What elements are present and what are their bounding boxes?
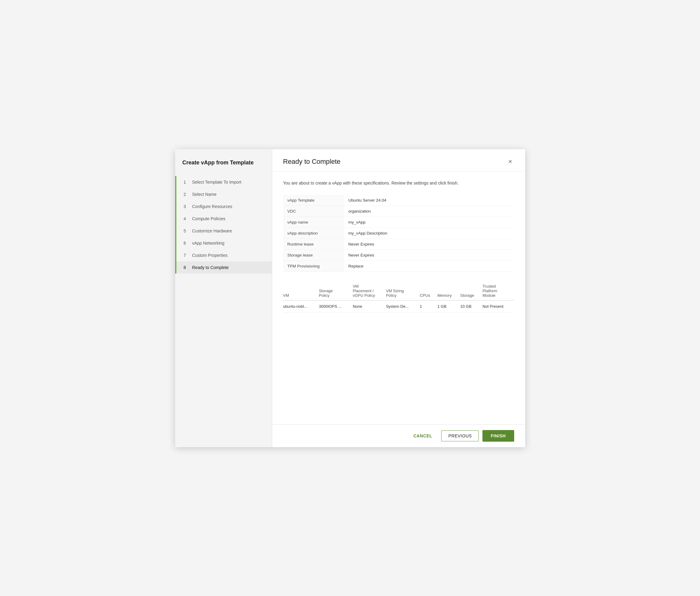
vm-table-wrapper: VMStoragePolicyVMPlacement /vGPU PolicyV…: [283, 282, 514, 313]
create-vapp-dialog: Create vApp from Template 1Select Templa…: [175, 149, 525, 447]
summary-value: Replace: [344, 260, 514, 271]
vm-cell-storage_policy: 3000IOPS ...: [319, 300, 353, 312]
sidebar-step-7[interactable]: 7Custom Properties: [175, 249, 272, 261]
vm-table-row: ubuntu-nobl...3000IOPS ...NoneSystem De.…: [283, 300, 514, 312]
summary-row: TPM ProvisioningReplace: [283, 260, 514, 271]
vm-col-header: Memory: [437, 282, 460, 301]
vm-col-header: VMPlacement /vGPU Policy: [353, 282, 386, 301]
step-number: 5: [184, 229, 189, 233]
vm-col-header: TrustedPlatformModule: [482, 282, 514, 301]
summary-label: vApp name: [283, 216, 344, 228]
vm-table: VMStoragePolicyVMPlacement /vGPU PolicyV…: [283, 282, 514, 313]
summary-label: TPM Provisioning: [283, 260, 344, 271]
vm-cell-memory: 1 GB: [437, 300, 460, 312]
step-number: 8: [184, 265, 189, 270]
sidebar-title: Create vApp from Template: [175, 159, 272, 176]
step-label: Compute Policies: [192, 216, 225, 221]
summary-value: organization: [344, 206, 514, 216]
step-number: 2: [184, 192, 189, 197]
summary-value: my_vApp: [344, 216, 514, 228]
vm-col-header: CPUs: [420, 282, 438, 301]
previous-button[interactable]: PREVIOUS: [441, 431, 479, 441]
sidebar-step-8[interactable]: 8Ready to Complete: [175, 261, 272, 274]
summary-label: Storage lease: [283, 250, 344, 260]
summary-value: Never Expires: [344, 250, 514, 260]
page-title: Ready to Complete: [283, 158, 341, 165]
summary-row: vApp descriptionmy_vApp Description: [283, 228, 514, 238]
vm-cell-tpm: Not Present: [482, 300, 514, 312]
summary-row: vApp TemplateUbuntu Server 24.04: [283, 195, 514, 206]
step-number: 4: [184, 216, 189, 221]
vm-cell-vm_placement: None: [353, 300, 386, 312]
step-number: 3: [184, 204, 189, 209]
summary-label: Runtime lease: [283, 238, 344, 250]
vm-cell-cpus: 1: [420, 300, 438, 312]
summary-table: vApp TemplateUbuntu Server 24.04VDCorgan…: [283, 195, 514, 272]
step-label: Select Template To Import: [192, 180, 241, 184]
summary-value: my_vApp Description: [344, 228, 514, 238]
vm-cell-vm_sizing: System De...: [386, 300, 420, 312]
summary-label: VDC: [283, 206, 344, 216]
sidebar-step-6[interactable]: 6vApp Networking: [175, 237, 272, 249]
main-footer: CANCEL PREVIOUS FINISH: [272, 424, 525, 447]
summary-label: vApp Template: [283, 195, 344, 206]
vm-col-header: VM: [283, 282, 319, 301]
step-label: vApp Networking: [192, 241, 225, 245]
step-number: 7: [184, 253, 189, 258]
sidebar-step-2[interactable]: 2Select Name: [175, 188, 272, 200]
sidebar-step-5[interactable]: 5Customize Hardware: [175, 225, 272, 237]
sidebar-step-3[interactable]: 3Configure Resources: [175, 200, 272, 213]
step-label: Configure Resources: [192, 204, 232, 209]
step-number: 1: [184, 180, 189, 184]
sidebar-step-1[interactable]: 1Select Template To Import: [175, 176, 272, 188]
close-button[interactable]: ×: [506, 158, 514, 165]
vm-col-header: Storage: [460, 282, 482, 301]
step-label: Ready to Complete: [192, 265, 229, 270]
step-label: Select Name: [192, 192, 217, 197]
step-label: Custom Properties: [192, 253, 228, 258]
summary-value: Never Expires: [344, 238, 514, 250]
main-body: You are about to create a vApp with thes…: [272, 172, 525, 424]
main-panel: Ready to Complete × You are about to cre…: [272, 149, 525, 447]
summary-value: Ubuntu Server 24.04: [344, 195, 514, 206]
sidebar: Create vApp from Template 1Select Templa…: [175, 149, 272, 447]
vm-cell-storage: 10 GB: [460, 300, 482, 312]
sidebar-steps: 1Select Template To Import2Select Name3C…: [175, 176, 272, 274]
finish-button[interactable]: FINISH: [482, 430, 514, 442]
vm-cell-vm: ubuntu-nobl...: [283, 300, 319, 312]
main-header: Ready to Complete ×: [272, 149, 525, 172]
summary-row: VDCorganization: [283, 206, 514, 216]
sidebar-step-4[interactable]: 4Compute Policies: [175, 213, 272, 225]
step-number: 6: [184, 241, 189, 245]
summary-row: Storage leaseNever Expires: [283, 250, 514, 260]
intro-text: You are about to create a vApp with thes…: [283, 180, 514, 186]
cancel-button[interactable]: CANCEL: [408, 431, 438, 441]
summary-row: Runtime leaseNever Expires: [283, 238, 514, 250]
vm-col-header: StoragePolicy: [319, 282, 353, 301]
summary-row: vApp namemy_vApp: [283, 216, 514, 228]
step-label: Customize Hardware: [192, 229, 232, 233]
vm-col-header: VM SizingPolicy: [386, 282, 420, 301]
summary-label: vApp description: [283, 228, 344, 238]
